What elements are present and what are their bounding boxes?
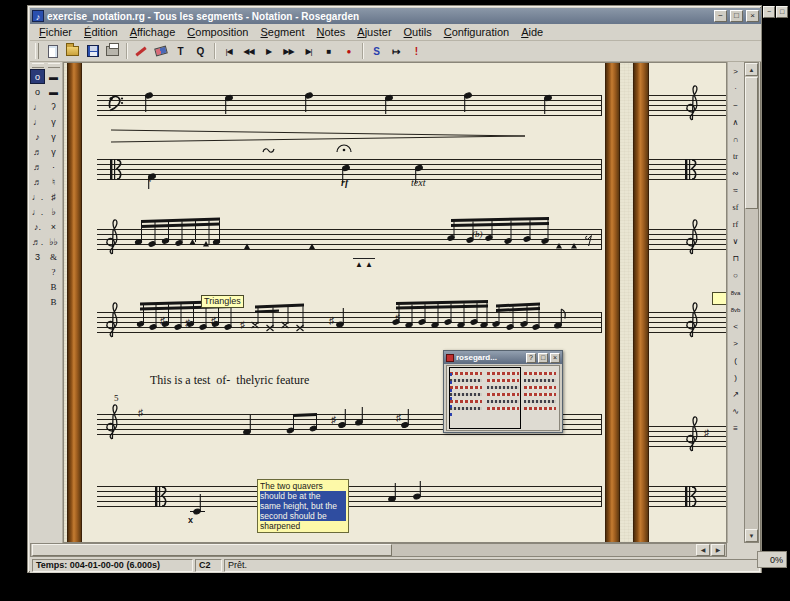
toolbar-grip[interactable] <box>32 63 44 68</box>
scroll-left-button[interactable]: ◀ <box>696 544 710 556</box>
staff-system-6[interactable] <box>97 473 602 525</box>
horizontal-scrollbar[interactable]: ◀ ▶ <box>30 543 727 557</box>
maximize-button[interactable]: □ <box>730 10 743 22</box>
minimize-button[interactable]: − <box>714 10 727 22</box>
panner-view[interactable] <box>446 365 560 431</box>
play-button[interactable]: ▶ <box>259 42 278 61</box>
whole-rest-button[interactable]: ▬ <box>46 69 61 84</box>
page2-staff-1[interactable] <box>649 83 727 129</box>
rinforzando-mark[interactable]: rf <box>341 177 348 188</box>
alto-clef-button[interactable]: B <box>46 279 61 294</box>
erase-tool-button[interactable] <box>151 42 170 61</box>
sharp-button[interactable]: ♯ <box>46 189 61 204</box>
menu-segment[interactable]: Segment <box>256 25 310 39</box>
decrescendo-button[interactable]: > <box>729 336 743 351</box>
scroll-down-button[interactable]: ▼ <box>745 529 758 542</box>
dotted-eighth-note-button[interactable]: ♪. <box>30 219 45 234</box>
ottava-bassa-button[interactable]: 8vb <box>729 302 743 317</box>
thirty-second-note-button[interactable]: ♬ <box>30 159 45 174</box>
half-rest-button[interactable]: ▬ <box>46 84 61 99</box>
rinforzando-button[interactable]: rf <box>729 217 743 232</box>
mordent-button[interactable]: ≈ <box>729 183 743 198</box>
panner-restore-button[interactable]: □ <box>538 353 548 363</box>
glissando-button[interactable]: ↗ <box>729 387 743 402</box>
panner-view-rectangle[interactable] <box>449 367 521 429</box>
panner-titlebar[interactable]: rosegard... ? □ × <box>444 351 562 364</box>
up-bow-button[interactable]: ∨ <box>729 234 743 249</box>
half-note-button[interactable]: ♩ <box>30 99 45 114</box>
dotted-half-note-button[interactable]: ♩. <box>30 189 45 204</box>
staff-system-4[interactable] <box>97 298 602 354</box>
annotation-fragment[interactable] <box>712 292 727 305</box>
toolbar-grip[interactable] <box>48 63 60 68</box>
fermata-button[interactable]: ∩ <box>729 132 743 147</box>
dotted-sixteenth-note-button[interactable]: ♬. <box>30 234 45 249</box>
menu-fichier[interactable]: Fichier <box>34 25 77 39</box>
close-button[interactable]: × <box>746 10 759 22</box>
corner-minimize-button[interactable]: − <box>763 6 775 18</box>
rewind-button[interactable]: ◀◀ <box>239 42 258 61</box>
natural-button[interactable]: ♮ <box>46 174 61 189</box>
phrase-button[interactable]: ) <box>729 370 743 385</box>
vertical-scrollbar[interactable]: ▲ ▼ <box>744 62 759 543</box>
follow-playback-button[interactable]: ↦ <box>387 42 406 61</box>
sixty-fourth-note-button[interactable]: ♬ <box>30 174 45 189</box>
corner-restore-button[interactable]: □ <box>776 6 788 18</box>
text-tool-button[interactable]: T <box>171 42 190 61</box>
skip-to-end-button[interactable]: ▶| <box>299 42 318 61</box>
menu-composition[interactable]: Composition <box>182 25 253 39</box>
triangles-tooltip[interactable]: Triangles <box>201 295 244 308</box>
panic-button[interactable]: ! <box>407 42 426 61</box>
text-mark[interactable]: text <box>411 177 425 188</box>
page2-staff-5[interactable] <box>649 413 727 463</box>
menu-edition[interactable]: Édition <box>79 25 123 39</box>
scroll-right-button[interactable]: ▶ <box>711 544 725 556</box>
lyric-text[interactable]: This is a test of- thelyric feature <box>150 373 309 388</box>
draw-tool-button[interactable] <box>131 42 150 61</box>
tenuto-button[interactable]: − <box>729 98 743 113</box>
menu-affichage[interactable]: Affichage <box>125 25 181 39</box>
flat-button[interactable]: ♭ <box>46 204 61 219</box>
tuplet-button[interactable]: 3 <box>30 249 45 264</box>
print-button[interactable] <box>103 42 122 61</box>
double-sharp-button[interactable]: × <box>46 219 61 234</box>
menu-outils[interactable]: Outils <box>399 25 437 39</box>
eighth-note-button[interactable]: ♪ <box>30 129 45 144</box>
eighth-rest-button[interactable]: γ <box>46 114 61 129</box>
arpeggio-button[interactable]: ∿ <box>729 404 743 419</box>
page2-staff-4[interactable] <box>649 298 727 354</box>
panner-close-button[interactable]: × <box>550 353 560 363</box>
fast-forward-button[interactable]: ▶▶ <box>279 42 298 61</box>
turn-button[interactable]: ∾ <box>729 166 743 181</box>
vertical-scroll-thumb[interactable] <box>745 77 758 209</box>
accent-button[interactable]: > <box>729 64 743 79</box>
toolbar-grip[interactable] <box>35 43 39 59</box>
bass-clef-button[interactable]: ? <box>46 264 61 279</box>
double-flat-button[interactable]: ♭♭ <box>46 234 61 249</box>
dotted-quarter-note-button[interactable]: ♩. <box>30 204 45 219</box>
staccato-button[interactable]: · <box>729 81 743 96</box>
sforzando-button[interactable]: sf <box>729 200 743 215</box>
whole-note-button[interactable]: o <box>30 84 45 99</box>
staff-system-2[interactable] <box>97 143 602 193</box>
save-button[interactable] <box>83 42 102 61</box>
staff-system-3[interactable] <box>97 215 602 273</box>
crescendo-button[interactable]: < <box>729 319 743 334</box>
quarter-note-button[interactable]: ♩ <box>30 114 45 129</box>
hairpin-decrescendo[interactable] <box>109 125 529 145</box>
page2-staff-6[interactable] <box>649 473 727 525</box>
menu-aide[interactable]: Aide <box>516 25 548 39</box>
page2-staff-3[interactable] <box>649 215 727 273</box>
thirty-second-rest-button[interactable]: γ <box>46 144 61 159</box>
page2-staff-2[interactable] <box>649 143 727 193</box>
new-file-button[interactable] <box>43 42 62 61</box>
zoom-tool-button[interactable]: Q <box>191 42 210 61</box>
stop-button[interactable]: ■ <box>319 42 338 61</box>
titlebar[interactable]: ♪ exercise_notation.rg - Tous les segmen… <box>30 8 761 24</box>
solo-toggle-button[interactable]: S <box>367 42 386 61</box>
trill-button[interactable]: tr <box>729 149 743 164</box>
menu-ajuster[interactable]: Ajuster <box>352 25 396 39</box>
down-bow-button[interactable]: ⊓ <box>729 251 743 266</box>
record-button[interactable]: ● <box>339 42 358 61</box>
menu-notes[interactable]: Notes <box>312 25 351 39</box>
